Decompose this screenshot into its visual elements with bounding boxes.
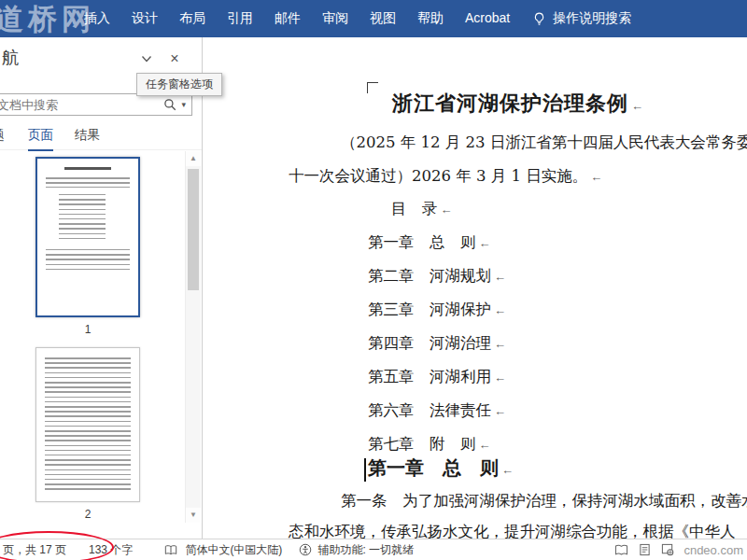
print-layout-icon[interactable]: [639, 543, 651, 556]
ribbon-tab-view[interactable]: 视图: [370, 10, 396, 27]
scrollbar-thumb[interactable]: [188, 169, 199, 290]
paragraph-mark: ←: [441, 203, 453, 217]
navigation-pane: 航 × ▾ 题 页面 结果: [0, 37, 203, 539]
intro-line: （2025 年 12 月 23 日浙江省第十四届人民代表大会常务委员会第二: [341, 133, 747, 153]
proofing-icon[interactable]: [164, 544, 177, 556]
page-thumbnail-label: 2: [35, 508, 140, 521]
search-dropdown-icon[interactable]: ▾: [177, 100, 191, 109]
ribbon-tab-mailings[interactable]: 邮件: [275, 10, 301, 27]
paragraph-mark: ←: [631, 99, 644, 113]
thumbnail-content: [46, 164, 130, 310]
language-status[interactable]: 简体中文(中国大陆): [185, 542, 282, 558]
body-line: 第一条 为了加强河湖保护治理，保持河湖水域面积，改善水生: [341, 491, 747, 511]
page-count-status[interactable]: 页，共 17 页: [3, 542, 66, 558]
watermark-bottom-right: cndeo.com: [684, 543, 743, 557]
ribbon-tab-bar: 插入 设计 布局 引用 邮件 审阅 视图 帮助 Acrobat 操作说明搜索 道…: [0, 0, 747, 37]
word-count-status[interactable]: 133 个字: [89, 542, 133, 558]
intro-line: 十一次会议通过）2026 年 3 月 1 日实施。←: [289, 166, 602, 187]
nav-scrollbar[interactable]: ▲ ▼: [185, 151, 201, 523]
search-icon[interactable]: [163, 98, 177, 112]
ribbon-tab-help[interactable]: 帮助: [417, 10, 444, 27]
toc-item-5: 第五章 河湖利用←: [368, 367, 506, 387]
chevron-down-icon[interactable]: [134, 49, 159, 69]
paragraph-mark: ←: [494, 404, 506, 418]
ribbon-tab-layout[interactable]: 布局: [179, 10, 205, 27]
toc-item-7: 第七章 附 则←: [368, 434, 491, 455]
tell-me-label: 操作说明搜索: [553, 10, 631, 27]
search-box[interactable]: ▾: [0, 93, 192, 116]
page-thumbnail-1[interactable]: [35, 157, 140, 317]
thumbnail-content: [45, 354, 131, 496]
paragraph-mark: ←: [494, 303, 506, 317]
lightbulb-icon: [532, 12, 546, 26]
document-title: 浙江省河湖保护治理条例←: [289, 90, 747, 118]
paragraph-mark: ←: [494, 337, 506, 351]
nav-tab-headings[interactable]: 题: [0, 127, 5, 149]
scroll-down-icon[interactable]: ▼: [186, 508, 201, 523]
document-canvas[interactable]: 浙江省河湖保护治理条例← （2025 年 12 月 23 日浙江省第十四届人民代…: [203, 37, 747, 539]
page-thumbnail-label: 1: [35, 323, 140, 336]
paragraph-mark: ←: [494, 270, 506, 284]
page-thumbnail-list: 1 2: [0, 153, 185, 539]
watermark-top-left: 道桥网: [0, 0, 95, 39]
paragraph-mark: ←: [590, 170, 602, 184]
search-input[interactable]: [0, 98, 163, 112]
web-layout-icon[interactable]: [661, 543, 674, 556]
toc-item-6: 第六章 法律责任←: [368, 400, 506, 421]
nav-tab-pages[interactable]: 页面: [28, 127, 53, 151]
nav-pane-tabs: 题 页面 结果: [0, 121, 202, 150]
read-mode-icon[interactable]: [614, 544, 628, 556]
ribbon-tab-references[interactable]: 引用: [227, 10, 253, 27]
tooltip-task-pane-options: 任务窗格选项: [136, 73, 222, 96]
tell-me-search[interactable]: 操作说明搜索: [532, 10, 631, 27]
status-bar: 页，共 17 页 133 个字 简体中文(中国大陆) 辅助功能: 一切就绪: [0, 539, 747, 560]
nav-tab-results[interactable]: 结果: [75, 127, 100, 149]
paragraph-mark: ←: [501, 463, 514, 477]
page-thumbnail-2[interactable]: [35, 347, 140, 502]
toc-title: 目 录←: [391, 199, 453, 219]
close-icon[interactable]: ×: [162, 49, 187, 69]
main-area: 航 × ▾ 题 页面 结果: [0, 37, 747, 539]
nav-pane-title: 航: [2, 47, 19, 69]
paragraph-mark: ←: [494, 371, 506, 385]
view-switcher: [614, 543, 674, 556]
paragraph-mark: ←: [479, 236, 491, 250]
ribbon-tab-design[interactable]: 设计: [132, 10, 158, 27]
word-app: 插入 设计 布局 引用 邮件 审阅 视图 帮助 Acrobat 操作说明搜索 道…: [0, 0, 747, 560]
scroll-up-icon[interactable]: ▲: [186, 151, 201, 166]
accessibility-icon[interactable]: [299, 543, 312, 556]
toc-item-2: 第二章 河湖规划←: [368, 266, 506, 287]
accessibility-status[interactable]: 辅助功能: 一切就绪: [317, 542, 414, 558]
ribbon-tab-acrobat[interactable]: Acrobat: [465, 10, 510, 27]
toc-item-3: 第三章 河湖保护←: [368, 300, 506, 320]
toc-item-1: 第一章 总 则←: [368, 232, 491, 253]
body-line: 态和水环境，传承弘扬水文化，提升河湖综合功能，根据《中华人: [289, 522, 736, 539]
paragraph-mark: ←: [479, 438, 491, 452]
ribbon-tab-review[interactable]: 审阅: [322, 10, 348, 27]
toc-item-4: 第四章 河湖治理←: [368, 333, 506, 354]
text-cursor: [364, 458, 366, 482]
section-heading: 第一章 总 则←: [368, 455, 514, 481]
